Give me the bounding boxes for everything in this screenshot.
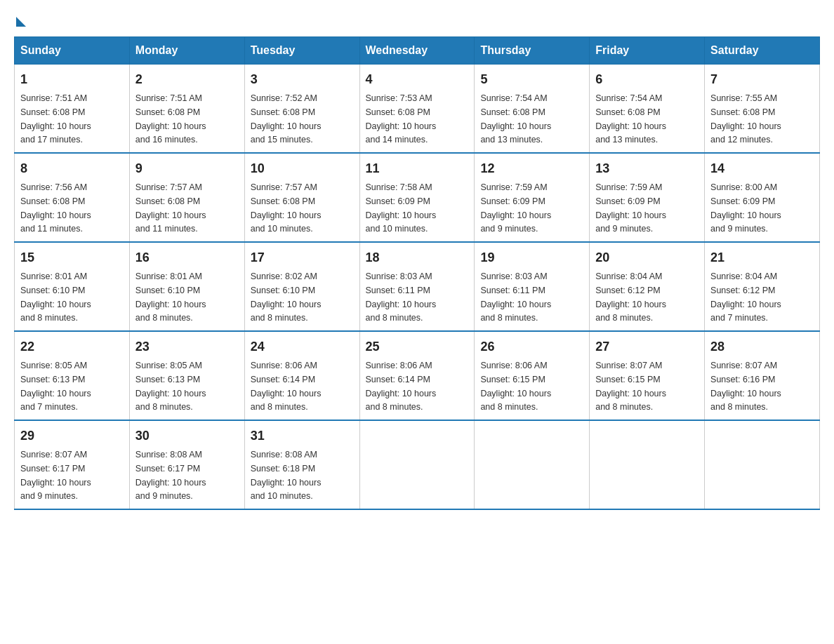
day-info: Sunrise: 8:04 AMSunset: 6:12 PMDaylight:… bbox=[595, 271, 666, 323]
day-info: Sunrise: 8:05 AMSunset: 6:13 PMDaylight:… bbox=[20, 361, 91, 412]
page-header bbox=[14, 14, 820, 24]
day-info: Sunrise: 8:03 AMSunset: 6:11 PMDaylight:… bbox=[366, 271, 437, 323]
logo-triangle-icon bbox=[16, 17, 26, 27]
week-row-3: 15Sunrise: 8:01 AMSunset: 6:10 PMDayligh… bbox=[15, 242, 820, 331]
calendar-cell: 2Sunrise: 7:51 AMSunset: 6:08 PMDaylight… bbox=[129, 65, 244, 154]
day-number: 23 bbox=[135, 337, 239, 356]
day-info: Sunrise: 7:57 AMSunset: 6:08 PMDaylight:… bbox=[135, 182, 206, 234]
day-number: 4 bbox=[366, 70, 469, 89]
day-number: 30 bbox=[135, 427, 239, 445]
day-info: Sunrise: 7:58 AMSunset: 6:09 PMDaylight:… bbox=[366, 182, 437, 234]
week-row-4: 22Sunrise: 8:05 AMSunset: 6:13 PMDayligh… bbox=[15, 331, 820, 420]
calendar-cell: 14Sunrise: 8:00 AMSunset: 6:09 PMDayligh… bbox=[705, 153, 820, 242]
day-number: 15 bbox=[20, 248, 124, 267]
calendar-cell bbox=[475, 420, 590, 509]
col-header-thursday: Thursday bbox=[475, 37, 590, 65]
day-info: Sunrise: 7:56 AMSunset: 6:08 PMDaylight:… bbox=[20, 182, 91, 234]
calendar-cell: 31Sunrise: 8:08 AMSunset: 6:18 PMDayligh… bbox=[244, 420, 359, 509]
day-info: Sunrise: 8:08 AMSunset: 6:18 PMDaylight:… bbox=[251, 450, 322, 501]
calendar-cell bbox=[359, 420, 475, 509]
week-row-5: 29Sunrise: 8:07 AMSunset: 6:17 PMDayligh… bbox=[15, 420, 820, 509]
day-info: Sunrise: 7:53 AMSunset: 6:08 PMDaylight:… bbox=[366, 93, 437, 145]
day-number: 29 bbox=[20, 427, 124, 445]
day-number: 2 bbox=[135, 70, 239, 89]
day-number: 12 bbox=[480, 159, 583, 178]
calendar-cell: 22Sunrise: 8:05 AMSunset: 6:13 PMDayligh… bbox=[15, 331, 130, 420]
day-number: 6 bbox=[595, 70, 699, 89]
calendar-cell: 18Sunrise: 8:03 AMSunset: 6:11 PMDayligh… bbox=[359, 242, 475, 331]
day-info: Sunrise: 8:06 AMSunset: 6:15 PMDaylight:… bbox=[480, 361, 551, 412]
day-info: Sunrise: 7:54 AMSunset: 6:08 PMDaylight:… bbox=[595, 93, 666, 145]
day-number: 5 bbox=[480, 70, 583, 89]
calendar-cell: 23Sunrise: 8:05 AMSunset: 6:13 PMDayligh… bbox=[129, 331, 244, 420]
calendar-table: SundayMondayTuesdayWednesdayThursdayFrid… bbox=[14, 36, 820, 510]
calendar-cell bbox=[705, 420, 820, 509]
day-number: 9 bbox=[135, 159, 239, 178]
calendar-cell: 10Sunrise: 7:57 AMSunset: 6:08 PMDayligh… bbox=[244, 153, 359, 242]
calendar-cell: 6Sunrise: 7:54 AMSunset: 6:08 PMDaylight… bbox=[590, 65, 705, 154]
col-header-tuesday: Tuesday bbox=[244, 37, 359, 65]
calendar-cell: 26Sunrise: 8:06 AMSunset: 6:15 PMDayligh… bbox=[475, 331, 590, 420]
calendar-cell: 17Sunrise: 8:02 AMSunset: 6:10 PMDayligh… bbox=[244, 242, 359, 331]
day-number: 27 bbox=[595, 337, 699, 356]
calendar-cell: 9Sunrise: 7:57 AMSunset: 6:08 PMDaylight… bbox=[129, 153, 244, 242]
day-number: 28 bbox=[710, 337, 814, 356]
day-info: Sunrise: 8:01 AMSunset: 6:10 PMDaylight:… bbox=[135, 271, 206, 323]
day-info: Sunrise: 8:01 AMSunset: 6:10 PMDaylight:… bbox=[20, 271, 91, 323]
calendar-cell: 24Sunrise: 8:06 AMSunset: 6:14 PMDayligh… bbox=[244, 331, 359, 420]
day-info: Sunrise: 7:57 AMSunset: 6:08 PMDaylight:… bbox=[251, 182, 322, 234]
calendar-cell: 29Sunrise: 8:07 AMSunset: 6:17 PMDayligh… bbox=[15, 420, 130, 509]
calendar-cell: 4Sunrise: 7:53 AMSunset: 6:08 PMDaylight… bbox=[359, 65, 475, 154]
calendar-cell: 7Sunrise: 7:55 AMSunset: 6:08 PMDaylight… bbox=[705, 65, 820, 154]
day-number: 25 bbox=[366, 337, 469, 356]
calendar-cell: 12Sunrise: 7:59 AMSunset: 6:09 PMDayligh… bbox=[475, 153, 590, 242]
day-info: Sunrise: 8:07 AMSunset: 6:17 PMDaylight:… bbox=[20, 450, 91, 501]
day-number: 24 bbox=[251, 337, 354, 356]
day-info: Sunrise: 7:55 AMSunset: 6:08 PMDaylight:… bbox=[710, 93, 781, 145]
calendar-cell: 30Sunrise: 8:08 AMSunset: 6:17 PMDayligh… bbox=[129, 420, 244, 509]
day-info: Sunrise: 7:52 AMSunset: 6:08 PMDaylight:… bbox=[251, 93, 322, 145]
calendar-cell: 8Sunrise: 7:56 AMSunset: 6:08 PMDaylight… bbox=[15, 153, 130, 242]
calendar-cell: 15Sunrise: 8:01 AMSunset: 6:10 PMDayligh… bbox=[15, 242, 130, 331]
week-row-1: 1Sunrise: 7:51 AMSunset: 6:08 PMDaylight… bbox=[15, 65, 820, 154]
day-number: 22 bbox=[20, 337, 124, 356]
day-number: 16 bbox=[135, 248, 239, 267]
day-number: 21 bbox=[710, 248, 814, 267]
day-info: Sunrise: 7:54 AMSunset: 6:08 PMDaylight:… bbox=[480, 93, 551, 145]
day-number: 17 bbox=[251, 248, 354, 267]
day-info: Sunrise: 7:59 AMSunset: 6:09 PMDaylight:… bbox=[480, 182, 551, 234]
day-number: 10 bbox=[251, 159, 354, 178]
day-number: 8 bbox=[20, 159, 124, 178]
day-number: 11 bbox=[366, 159, 469, 178]
calendar-cell: 16Sunrise: 8:01 AMSunset: 6:10 PMDayligh… bbox=[129, 242, 244, 331]
calendar-cell: 11Sunrise: 7:58 AMSunset: 6:09 PMDayligh… bbox=[359, 153, 475, 242]
day-number: 3 bbox=[251, 70, 354, 89]
col-header-friday: Friday bbox=[590, 37, 705, 65]
calendar-cell: 1Sunrise: 7:51 AMSunset: 6:08 PMDaylight… bbox=[15, 65, 130, 154]
day-info: Sunrise: 8:07 AMSunset: 6:15 PMDaylight:… bbox=[595, 361, 666, 412]
calendar-cell: 13Sunrise: 7:59 AMSunset: 6:09 PMDayligh… bbox=[590, 153, 705, 242]
day-info: Sunrise: 7:59 AMSunset: 6:09 PMDaylight:… bbox=[595, 182, 666, 234]
day-info: Sunrise: 8:07 AMSunset: 6:16 PMDaylight:… bbox=[710, 361, 781, 412]
col-header-monday: Monday bbox=[129, 37, 244, 65]
calendar-cell: 27Sunrise: 8:07 AMSunset: 6:15 PMDayligh… bbox=[590, 331, 705, 420]
day-info: Sunrise: 8:08 AMSunset: 6:17 PMDaylight:… bbox=[135, 450, 206, 501]
day-number: 7 bbox=[710, 70, 814, 89]
calendar-cell: 28Sunrise: 8:07 AMSunset: 6:16 PMDayligh… bbox=[705, 331, 820, 420]
day-info: Sunrise: 8:06 AMSunset: 6:14 PMDaylight:… bbox=[366, 361, 437, 412]
day-number: 14 bbox=[710, 159, 814, 178]
calendar-cell bbox=[590, 420, 705, 509]
col-header-saturday: Saturday bbox=[705, 37, 820, 65]
calendar-cell: 19Sunrise: 8:03 AMSunset: 6:11 PMDayligh… bbox=[475, 242, 590, 331]
day-info: Sunrise: 8:05 AMSunset: 6:13 PMDaylight:… bbox=[135, 361, 206, 412]
day-number: 31 bbox=[251, 427, 354, 445]
calendar-cell: 25Sunrise: 8:06 AMSunset: 6:14 PMDayligh… bbox=[359, 331, 475, 420]
calendar-cell: 5Sunrise: 7:54 AMSunset: 6:08 PMDaylight… bbox=[475, 65, 590, 154]
day-number: 18 bbox=[366, 248, 469, 267]
col-header-wednesday: Wednesday bbox=[359, 37, 475, 65]
col-header-sunday: Sunday bbox=[15, 37, 130, 65]
week-row-2: 8Sunrise: 7:56 AMSunset: 6:08 PMDaylight… bbox=[15, 153, 820, 242]
day-number: 20 bbox=[595, 248, 699, 267]
calendar-cell: 21Sunrise: 8:04 AMSunset: 6:12 PMDayligh… bbox=[705, 242, 820, 331]
day-info: Sunrise: 8:03 AMSunset: 6:11 PMDaylight:… bbox=[480, 271, 551, 323]
